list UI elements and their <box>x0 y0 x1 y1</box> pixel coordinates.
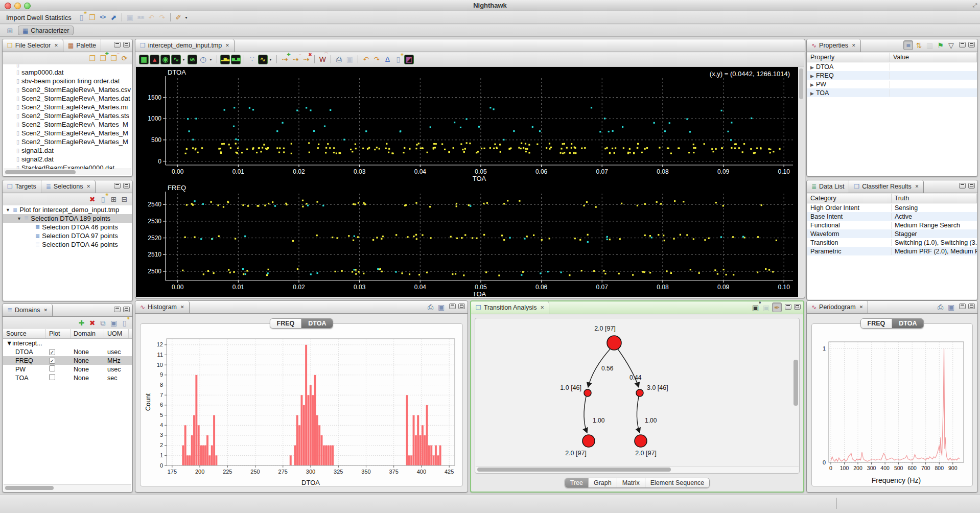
segment-tab-element-sequence[interactable]: Element Sequence <box>645 478 710 487</box>
plot-checkbox[interactable] <box>49 365 55 371</box>
tab-data-list[interactable]: ≣ Data List <box>807 180 849 193</box>
tab-targets[interactable]: ❒ Targets <box>3 180 41 193</box>
minimize-view-button[interactable] <box>785 304 791 310</box>
grid-plot-icon[interactable]: ▦ <box>139 55 149 64</box>
maximize-view-button[interactable] <box>123 183 130 189</box>
segment-tab-matrix[interactable]: Matrix <box>617 478 645 487</box>
file-item[interactable]: ▯Scen2_StormEagleRevA_Martes.dat <box>3 94 132 103</box>
property-row[interactable]: ▶TOA <box>807 88 977 97</box>
classifier-row[interactable]: Base IntentActive <box>807 212 977 221</box>
file-item[interactable]: ▯Scen2_StormEagleRevA_Martes_M <box>3 120 132 129</box>
open-folder-icon[interactable]: ❒ <box>87 13 97 22</box>
save-icon[interactable]: ▣ <box>946 302 956 312</box>
add-folder-icon[interactable]: ❒✚ <box>98 54 108 63</box>
print-icon[interactable]: ⎙ <box>334 55 344 64</box>
tab-selections[interactable]: ≣ Selections ✕ <box>41 180 96 193</box>
histogram2-icon[interactable]: ▅▂▆ <box>231 55 241 64</box>
property-row[interactable]: ▶DTOA <box>807 62 977 71</box>
copy-icon[interactable]: ⧉ <box>98 318 108 328</box>
close-icon[interactable]: ✕ <box>852 43 856 48</box>
segment-tab-tree[interactable]: Tree <box>565 478 589 487</box>
cluster-icon[interactable]: ∵ <box>247 55 257 64</box>
new-perspective-icon[interactable]: ⊞ <box>5 26 15 35</box>
file-item[interactable]: ▯Scen2_StormEagleRevA_Martes.mi <box>3 103 132 111</box>
tab-periodogram[interactable]: ∿ Periodogram ✕ <box>807 301 868 313</box>
maximize-view-button[interactable] <box>458 304 465 309</box>
undo-icon[interactable]: ↶ <box>361 55 371 64</box>
redo-icon[interactable]: ↷ <box>372 55 382 64</box>
close-icon[interactable]: ✕ <box>180 305 184 310</box>
minimize-view-button[interactable] <box>114 42 121 48</box>
delete-points-icon[interactable]: ⇢✖ <box>301 55 311 64</box>
domain-row[interactable]: DTOA✓Noneusec <box>3 347 132 356</box>
menu-chevron-icon[interactable]: ▽ <box>946 40 956 50</box>
horizontal-scrollbar[interactable] <box>476 466 799 473</box>
refresh-icon[interactable]: ⟳ <box>120 54 129 63</box>
pin-icon[interactable]: ⚑ <box>936 40 945 50</box>
tab-classifier-results[interactable]: ❒ Classifier Results ✕ <box>849 180 924 193</box>
line-plot-icon-dropdown[interactable]: ▼ <box>269 58 272 61</box>
minimize-view-button[interactable] <box>449 304 456 309</box>
selection-tree-item[interactable]: ▼≣Selection DTOA 189 points <box>3 214 132 223</box>
expand-arrow-icon[interactable]: ▼ <box>16 216 22 221</box>
minimize-view-button[interactable] <box>959 42 966 48</box>
waveform-icon[interactable]: ∿ <box>171 55 181 64</box>
selection-tree-item[interactable]: ≣Selection DTOA 46 points <box>3 240 132 249</box>
segment-tab-freq[interactable]: FREQ <box>270 319 302 328</box>
wand-icon-dropdown[interactable]: ▼ <box>184 16 188 19</box>
add-points-icon[interactable]: ⇢✚ <box>280 55 290 64</box>
tab-transition-analysis[interactable]: ❒ Transition Analysis ✕ <box>471 301 549 314</box>
tab-properties[interactable]: ∿ Properties ✕ <box>807 39 861 52</box>
dtoa-scatter-plot[interactable]: 0500100015000.000.010.020.030.040.050.06… <box>137 68 798 182</box>
plot-canvas[interactable]: (x,y) = (0.0442, 1266.1014) 050010001500… <box>136 67 798 297</box>
minimize-view-button[interactable] <box>959 304 966 309</box>
print-icon[interactable]: ⎙ <box>936 302 945 312</box>
close-icon[interactable]: ✕ <box>859 305 864 310</box>
close-icon[interactable]: ✕ <box>43 308 48 313</box>
expand-arrow-icon[interactable]: ▶ <box>810 74 814 79</box>
horizontal-scrollbar[interactable] <box>4 169 131 175</box>
maximize-view-button[interactable] <box>968 183 975 189</box>
fullscreen-icon[interactable]: ⤢ <box>972 2 977 9</box>
column-header-truth[interactable]: Truth <box>892 194 977 203</box>
waveform-icon-dropdown[interactable]: ▼ <box>182 58 185 61</box>
close-icon[interactable]: ✕ <box>541 305 545 310</box>
expand-arrow-icon[interactable]: ▶ <box>810 65 814 70</box>
characterizer-perspective-button[interactable]: ▦ Characterizer <box>18 26 74 35</box>
expand-arrow-icon[interactable]: ▶ <box>810 91 814 96</box>
segment-tab-dtoa[interactable]: DTOA <box>892 319 923 328</box>
new-selection-icon[interactable]: ▯✷ <box>98 195 108 204</box>
report-icon[interactable]: ▯✷ <box>393 55 403 64</box>
tab-intercept-demo-input[interactable]: ❒ intercept_demo_input.tmp ✕ <box>135 39 235 52</box>
delta-icon[interactable]: Δ <box>383 55 392 64</box>
line-plot-icon[interactable]: ∿ <box>258 55 268 64</box>
plot-checkbox[interactable] <box>49 374 55 380</box>
horizontal-scrollbar[interactable] <box>4 484 131 491</box>
delete-icon[interactable]: ✖ <box>87 195 97 204</box>
vertical-scrollbar[interactable] <box>799 67 804 297</box>
column-header-domain[interactable]: Domain <box>71 329 104 338</box>
close-icon[interactable]: ✕ <box>87 184 91 189</box>
classifier-row[interactable]: ParametricMedium PRF (2.0), Medium PRF (… <box>807 247 977 255</box>
column-header-property[interactable]: Property <box>807 53 890 62</box>
clock-icon[interactable]: ◷ <box>198 55 208 64</box>
vertical-scrollbar[interactable] <box>794 319 798 463</box>
close-icon[interactable]: ✕ <box>54 43 58 48</box>
transition-tree-diagram[interactable]: 0.560.441.001.002.0 [97]1.0 [46]3.0 [46]… <box>477 319 789 463</box>
collapse-all-icon[interactable]: ⊟ <box>120 195 129 204</box>
maximize-view-button[interactable] <box>968 304 975 309</box>
maximize-view-button[interactable] <box>123 42 130 48</box>
maximize-view-button[interactable] <box>123 307 130 312</box>
w-emitter-icon[interactable]: W⌒ <box>318 55 328 64</box>
file-item[interactable]: ▯ <box>3 64 132 68</box>
expand-all-icon[interactable]: ⊞ <box>109 195 119 204</box>
column-header-category[interactable]: Category <box>807 194 892 203</box>
minimize-view-button[interactable] <box>959 183 966 189</box>
column-header-value[interactable]: Value <box>890 53 977 62</box>
dtoa-periodogram-chart[interactable]: 010100200300400500600700800900Frequency … <box>814 335 969 486</box>
classifier-row[interactable]: FunctionalMedium Range Search <box>807 221 977 229</box>
tab-histogram[interactable]: ∿ Histogram ✕ <box>135 301 190 313</box>
segment-tab-freq[interactable]: FREQ <box>861 319 893 328</box>
wand-icon[interactable]: ✐ <box>174 13 183 22</box>
close-icon[interactable]: ✕ <box>225 43 229 48</box>
